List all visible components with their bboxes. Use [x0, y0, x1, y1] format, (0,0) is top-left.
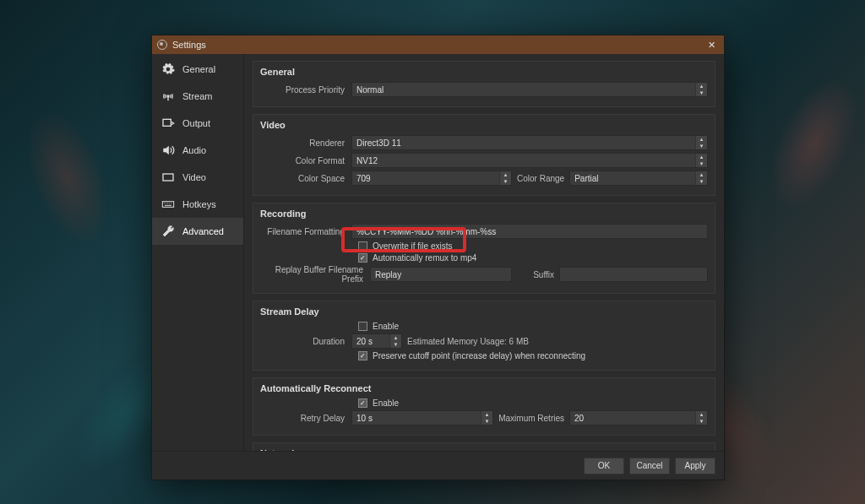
group-general: General Process Priority Normal▲▼: [253, 61, 715, 107]
chevron-updown-icon: ▲▼: [695, 136, 707, 149]
max-retries-label: Maximum Retries: [493, 414, 569, 423]
color-format-label: Color Format: [260, 156, 351, 165]
settings-window: Settings ✕ General Stream Output Audio: [151, 35, 725, 480]
group-title: General: [260, 67, 708, 77]
process-priority-label: Process Priority: [260, 85, 351, 95]
group-recording: Recording Filename Formatting %CCYY-%MM-…: [253, 203, 715, 294]
retry-delay-label: Retry Delay: [260, 414, 351, 423]
group-auto-reconnect: Automatically Reconnect Enable Retry Del…: [253, 377, 715, 436]
process-priority-select[interactable]: Normal▲▼: [351, 82, 708, 97]
enable-label: Enable: [373, 322, 399, 331]
checkbox-icon: [358, 241, 367, 251]
sidebar: General Stream Output Audio Video Hotkey…: [152, 54, 244, 451]
renderer-label: Renderer: [260, 138, 351, 148]
group-title: Automatically Reconnect: [260, 383, 708, 393]
filename-formatting-label: Filename Formatting: [260, 227, 351, 236]
svg-rect-2: [163, 174, 173, 181]
suffix-label: Suffix: [512, 270, 559, 279]
app-icon: [157, 40, 167, 50]
group-title: Video: [260, 120, 708, 130]
preserve-label: Preserve cutoff point (increase delay) w…: [373, 351, 585, 360]
keyboard-icon: [160, 197, 176, 212]
close-icon[interactable]: ✕: [704, 40, 719, 51]
duration-label: Duration: [260, 337, 351, 346]
auto-reconnect-enable-row[interactable]: Enable: [358, 398, 708, 408]
button-bar: OK Cancel Apply: [152, 451, 724, 480]
replay-prefix-input[interactable]: Replay: [370, 267, 512, 282]
stream-delay-enable-row[interactable]: Enable: [358, 322, 708, 331]
remux-label: Automatically remux to mp4: [373, 253, 476, 263]
color-range-label: Color Range: [512, 174, 569, 183]
preserve-cutoff-row[interactable]: Preserve cutoff point (increase delay) w…: [358, 351, 708, 360]
sidebar-item-label: Video: [182, 172, 206, 182]
enable-label: Enable: [373, 398, 399, 408]
sidebar-item-stream[interactable]: Stream: [152, 83, 243, 110]
video-icon: [160, 170, 176, 185]
memory-usage-label: Estimated Memory Usage: 6 MB: [402, 337, 534, 346]
ok-button[interactable]: OK: [584, 458, 624, 474]
color-range-select[interactable]: Partial▲▼: [569, 171, 708, 186]
sidebar-item-label: Advanced: [182, 226, 224, 236]
group-video: Video Renderer Direct3D 11▲▼ Color Forma…: [253, 114, 715, 196]
color-space-label: Color Space: [260, 174, 351, 183]
color-format-select[interactable]: NV12▲▼: [351, 153, 708, 168]
sidebar-item-general[interactable]: General: [152, 56, 243, 83]
chevron-updown-icon: ▲▼: [695, 83, 707, 96]
retry-delay-stepper[interactable]: 10 s▲▼: [351, 410, 493, 425]
checkbox-icon: [358, 351, 367, 360]
checkbox-icon: [358, 322, 367, 331]
renderer-select[interactable]: Direct3D 11▲▼: [351, 135, 708, 150]
color-space-select[interactable]: 709▲▼: [351, 171, 512, 186]
overwrite-label: Overwrite if file exists: [373, 241, 452, 251]
audio-icon: [160, 143, 176, 158]
filename-formatting-input[interactable]: %CCYY-%MM-%DD %hh-%mm-%ss: [351, 224, 708, 239]
remux-checkbox-row[interactable]: Automatically remux to mp4: [358, 253, 708, 263]
duration-stepper[interactable]: 20 s▲▼: [351, 333, 402, 349]
sidebar-item-video[interactable]: Video: [152, 164, 243, 191]
sidebar-item-audio[interactable]: Audio: [152, 137, 243, 164]
chevron-updown-icon: ▲▼: [481, 411, 492, 425]
content-panel: General Process Priority Normal▲▼ Video …: [244, 54, 724, 451]
svg-rect-3: [162, 202, 173, 208]
group-stream-delay: Stream Delay Enable Duration 20 s▲▼ Esti…: [253, 301, 715, 371]
cancel-button[interactable]: Cancel: [629, 458, 670, 474]
chevron-updown-icon: ▲▼: [695, 171, 707, 185]
sidebar-item-hotkeys[interactable]: Hotkeys: [152, 191, 243, 218]
sidebar-item-label: Stream: [182, 91, 212, 101]
sidebar-item-label: Audio: [182, 145, 206, 155]
sidebar-item-label: General: [182, 64, 215, 74]
chevron-updown-icon: ▲▼: [695, 411, 707, 425]
checkbox-icon: [358, 398, 367, 408]
overwrite-checkbox-row[interactable]: Overwrite if file exists: [358, 241, 708, 251]
window-title: Settings: [172, 40, 206, 50]
chevron-updown-icon: ▲▼: [499, 171, 511, 185]
group-title: Stream Delay: [260, 306, 708, 317]
chevron-updown-icon: ▲▼: [695, 154, 707, 167]
sidebar-item-advanced[interactable]: Advanced: [152, 218, 243, 245]
suffix-input[interactable]: [559, 267, 708, 282]
chevron-updown-icon: ▲▼: [389, 334, 401, 348]
group-network: Network Bind to IP Default▲▼: [253, 442, 715, 451]
sidebar-item-label: Output: [182, 118, 210, 128]
sidebar-item-label: Hotkeys: [182, 199, 216, 209]
svg-rect-1: [163, 119, 171, 126]
checkbox-icon: [358, 253, 367, 263]
tools-icon: [160, 224, 176, 239]
apply-button[interactable]: Apply: [675, 458, 715, 474]
signal-icon: [160, 89, 176, 104]
max-retries-stepper[interactable]: 20▲▼: [569, 410, 708, 425]
gear-icon: [160, 62, 176, 77]
titlebar[interactable]: Settings ✕: [152, 35, 724, 54]
group-title: Recording: [260, 209, 708, 219]
sidebar-item-output[interactable]: Output: [152, 110, 243, 137]
output-icon: [160, 116, 176, 131]
replay-prefix-label: Replay Buffer Filename Prefix: [260, 265, 370, 284]
